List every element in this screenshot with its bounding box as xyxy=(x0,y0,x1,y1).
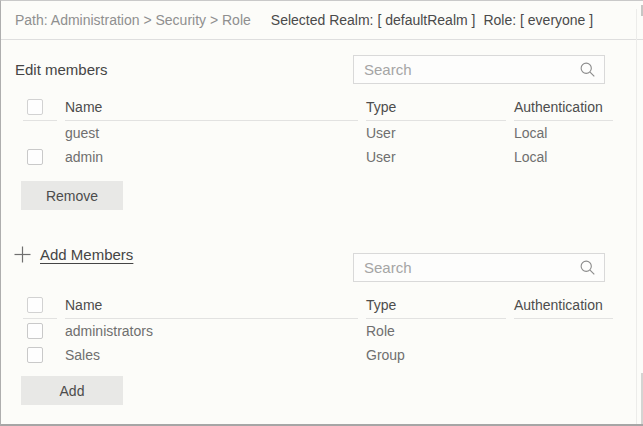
selected-role-label: Role: [ everyone ] xyxy=(483,12,593,28)
add-members-search xyxy=(353,253,605,282)
topbar: Path: Administration > Security > Role S… xyxy=(1,1,643,40)
table-row-sales: Sales Group xyxy=(23,343,613,367)
row-checkbox[interactable] xyxy=(27,149,43,165)
row-checkbox-cell xyxy=(23,343,57,367)
member-type: Role xyxy=(366,319,506,343)
column-header-authentication: Authentication xyxy=(514,291,613,319)
header-checkbox-cell xyxy=(23,291,57,319)
add-members-label: Add Members xyxy=(40,246,133,263)
member-name: admin xyxy=(65,145,358,169)
row-checkbox[interactable] xyxy=(27,347,43,363)
member-auth xyxy=(514,319,613,343)
add-button[interactable]: Add xyxy=(21,376,123,405)
search-input[interactable] xyxy=(353,55,605,84)
member-name: Sales xyxy=(65,343,358,367)
plus-icon xyxy=(14,246,31,263)
breadcrumb: Path: Administration > Security > Role xyxy=(15,12,251,28)
edit-members-search xyxy=(353,55,605,84)
table-header-row: Name Type Authentication xyxy=(23,93,613,121)
edit-members-title: Edit members xyxy=(15,61,108,78)
table-row-admin: admin User Local xyxy=(23,145,613,169)
scrollbar-track[interactable] xyxy=(636,9,637,424)
edit-members-table: Name Type Authentication guest User Loca… xyxy=(15,93,621,169)
table-header-row: Name Type Authentication xyxy=(23,291,613,319)
row-checkbox[interactable] xyxy=(27,323,43,339)
remove-button[interactable]: Remove xyxy=(21,181,123,210)
search-input[interactable] xyxy=(353,253,605,282)
member-auth xyxy=(514,343,613,367)
column-header-type: Type xyxy=(366,291,506,319)
select-all-checkbox[interactable] xyxy=(27,99,43,115)
table-row-administrators: administrators Role xyxy=(23,319,613,343)
member-type: Group xyxy=(366,343,506,367)
row-checkbox-cell xyxy=(23,121,57,145)
role-members-page: Path: Administration > Security > Role S… xyxy=(0,0,643,426)
header-checkbox-cell xyxy=(23,93,57,121)
column-header-type: Type xyxy=(366,93,506,121)
table-row-guest: guest User Local xyxy=(23,121,613,145)
member-name: administrators xyxy=(65,319,358,343)
select-all-checkbox[interactable] xyxy=(27,297,43,313)
member-auth: Local xyxy=(514,121,613,145)
selected-realm-label: Selected Realm: [ defaultRealm ] xyxy=(271,12,476,28)
member-auth: Local xyxy=(514,145,613,169)
row-checkbox-cell xyxy=(23,145,57,169)
column-header-name: Name xyxy=(65,93,358,121)
selected-realm-info: Selected Realm: [ defaultRealm ]Role: [ … xyxy=(271,12,593,28)
column-header-name: Name xyxy=(65,291,358,319)
column-header-authentication: Authentication xyxy=(514,93,613,121)
member-type: User xyxy=(366,121,506,145)
member-name: guest xyxy=(65,121,358,145)
row-checkbox-cell xyxy=(23,319,57,343)
member-type: User xyxy=(366,145,506,169)
add-members-table: Name Type Authentication administrators … xyxy=(15,291,621,367)
add-members-link[interactable]: Add Members xyxy=(14,246,133,263)
